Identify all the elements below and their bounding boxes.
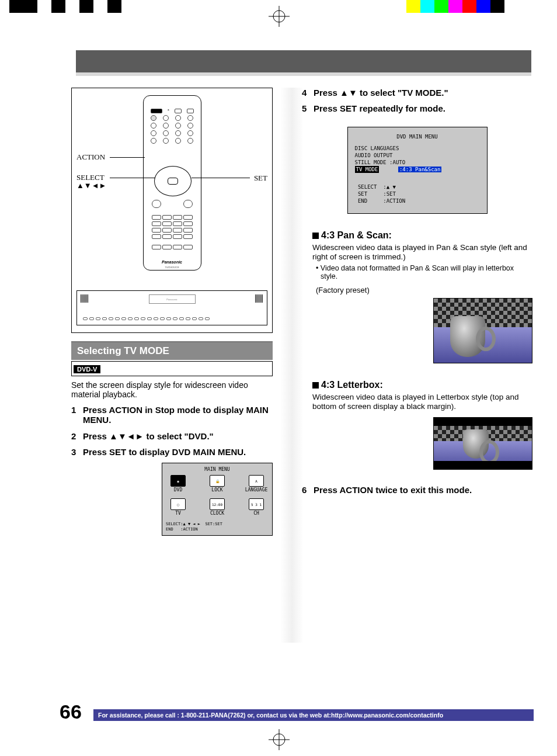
osd-icon-language: A (249, 475, 264, 487)
step-2: 2Press ▲▼◄► to select "DVD." (71, 431, 273, 441)
pan-scan-text: Widescreen video data is played in Pan &… (312, 243, 532, 262)
dvd-menu-hl-val: :4:3 Pan&Scan (398, 167, 441, 172)
dvd-v-badge: DVD-V (74, 365, 100, 373)
factory-preset: (Factory preset) (316, 286, 532, 294)
main-menu-title: MAIN MENU (166, 467, 269, 472)
osd-label-language: LANGUAGE (245, 487, 268, 493)
dvd-menu-row: AUDIO OUTPUT (355, 152, 480, 159)
dvd-menu-title: DVD MAIN MENU (355, 133, 480, 140)
intro-text: Set the screen display style for widescr… (71, 380, 273, 399)
assistance-footer: For assistance, please call : 1-800-211-… (93, 709, 534, 721)
osd-foot2: END :ACTION (166, 527, 269, 532)
osd-label-tv: TV (175, 511, 181, 516)
osd-icon-tv: ▢ (170, 498, 186, 510)
osd-label-clock: CLOCK (210, 511, 224, 516)
callout-select-label: SELECT (76, 174, 106, 182)
osd-icon-lock: 🔒 (210, 475, 225, 487)
pan-scan-note: • Video data not formatted in Pan & Scan… (312, 264, 532, 281)
step-5: 5Press SET repeatedly for mode. (302, 103, 532, 113)
header-bar (76, 50, 531, 72)
dvd-menu-row: STILL MODE :AUTO (355, 159, 480, 166)
step-1: 1Press ACTION in Stop mode to display MA… (71, 405, 273, 425)
square-bullet-icon (312, 233, 319, 239)
registration-mark-bottom (269, 729, 290, 752)
square-bullet-icon (312, 382, 319, 389)
callout-action: ACTION (76, 152, 105, 162)
osd-icon-dvd: ◉ (170, 475, 186, 487)
main-menu-osd: MAIN MENU ◉DVD 🔒LOCK ALANGUAGE ▢TV 12:00… (162, 463, 273, 536)
letterbox-text: Widescreen video data is played in Lette… (312, 393, 532, 411)
osd-icon-ch: 5 3 1 (249, 498, 264, 510)
dvd-menu-hl-key: TV MODE (355, 166, 380, 173)
pan-scan-heading: 4:3 Pan & Scan: (312, 230, 532, 241)
step-6: 6 Press ACTION twice to exit this mode. (302, 485, 532, 495)
section-title: Selecting TV MODE (71, 341, 273, 360)
dvd-vcr-unit: Panasonic (76, 290, 267, 325)
letterbox-heading: 4:3 Letterbox: (312, 380, 532, 390)
pan-scan-thumbnail (433, 298, 532, 363)
remote-model: TV/DVD/VCR (144, 266, 201, 269)
dvd-main-menu-osd: DVD MAIN MENU DISC LANGUAGESAUDIO OUTPUT… (347, 127, 488, 214)
section-badge-row: DVD-V (71, 361, 273, 376)
remote-navpad (154, 166, 192, 196)
dvd-menu-foot: SELECT :▲ ▼ SET :SET END :ACTION (355, 183, 480, 204)
remote-body: ⏏ Panasonic TV/D (143, 95, 201, 271)
callout-select: SELECT ▲▼◄► (76, 174, 106, 190)
dvd-menu-row: DISC LANGUAGES (355, 145, 480, 152)
step-3: 3Press SET to display DVD MAIN MENU. (71, 447, 273, 457)
letterbox-thumbnail (433, 417, 532, 470)
header-underline (76, 72, 531, 76)
osd-label-lock: LOCK (211, 487, 222, 493)
osd-foot1: SELECT:▲ ▼ ◄ ► SET:SET (166, 522, 269, 526)
callout-select-arrows: ▲▼◄► (76, 182, 106, 190)
page-number: 66 (60, 700, 82, 723)
remote-brand: Panasonic (144, 260, 201, 264)
remote-figure: ⏏ Panasonic TV/D (71, 88, 273, 333)
callout-set: SET (254, 174, 267, 183)
step-4: 4Press ▲▼ to select "TV MODE." (302, 88, 532, 98)
osd-icon-clock: 12:00 (210, 498, 225, 510)
osd-label-ch: CH (253, 511, 259, 516)
osd-label-dvd: DVD (174, 487, 182, 493)
registration-mark-top (269, 6, 290, 27)
